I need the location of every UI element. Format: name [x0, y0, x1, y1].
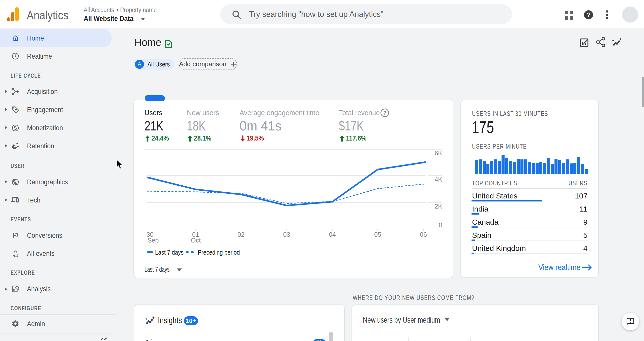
svg-text:?: ? — [383, 110, 386, 116]
svg-text:0: 0 — [439, 221, 442, 228]
svg-text:06: 06 — [420, 231, 427, 238]
svg-text:4K: 4K — [434, 176, 442, 183]
svg-text:02: 02 — [238, 231, 245, 238]
svg-text:Oct: Oct — [191, 237, 201, 244]
svg-text:05: 05 — [374, 231, 381, 238]
svg-text:Sep: Sep — [148, 237, 159, 244]
svg-text:04: 04 — [329, 231, 336, 238]
svg-text:2K: 2K — [434, 203, 442, 210]
svg-text:03: 03 — [283, 231, 290, 238]
svg-text:6K: 6K — [434, 150, 442, 157]
